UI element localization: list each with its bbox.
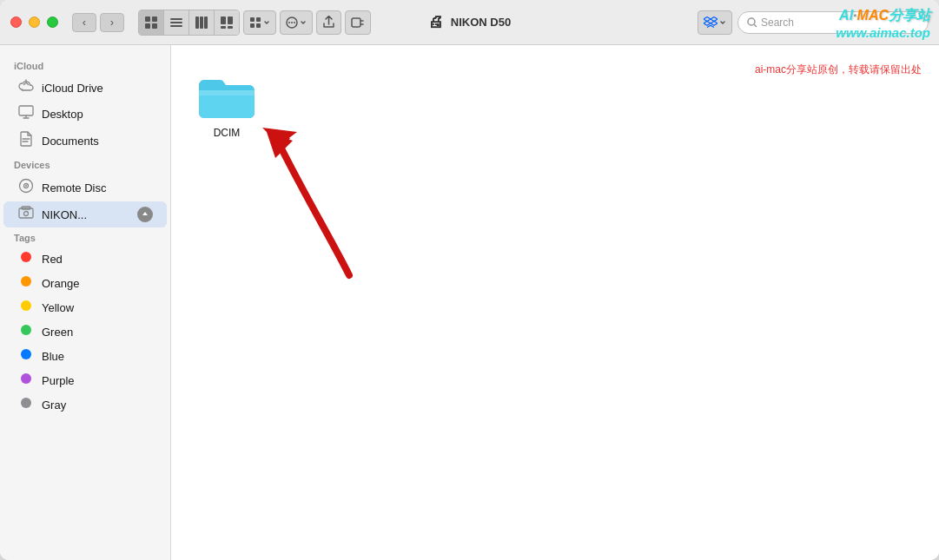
search-box[interactable]: Search — [737, 11, 929, 34]
gallery-view-button[interactable] — [215, 10, 239, 35]
eject-button[interactable] — [137, 207, 153, 222]
svg-rect-15 — [256, 17, 261, 22]
svg-rect-12 — [221, 26, 226, 29]
toolbar-controls — [138, 10, 371, 36]
svg-point-27 — [25, 185, 27, 187]
file-area: ai-mac分享站原创，转载请保留出处 DCIM — [171, 45, 939, 560]
svg-point-21 — [294, 22, 295, 23]
tag-yellow-icon — [17, 300, 35, 315]
minimize-button[interactable] — [29, 16, 40, 28]
close-button[interactable] — [10, 16, 22, 28]
share-button[interactable] — [316, 10, 341, 35]
svg-rect-9 — [204, 16, 208, 29]
tag-green-label: Green — [42, 326, 153, 339]
svg-point-31 — [21, 252, 31, 262]
titlebar: ‹ › — [0, 0, 939, 45]
folder-icon-dcim — [195, 69, 258, 120]
svg-rect-8 — [200, 16, 203, 29]
list-view-button[interactable] — [164, 10, 189, 35]
back-nav-button[interactable] — [345, 10, 371, 35]
sidebar-section-devices: Devices — [0, 155, 170, 174]
sidebar-item-icloud-drive[interactable]: iCloud Drive — [3, 75, 167, 101]
tag-blue-label: Blue — [42, 350, 153, 363]
nikon-label: NIKON... — [42, 208, 130, 221]
svg-rect-6 — [170, 25, 182, 27]
icon-view-button[interactable] — [139, 10, 164, 35]
tag-red-icon — [17, 251, 35, 267]
documents-icon — [17, 131, 35, 150]
svg-rect-1 — [152, 16, 157, 22]
main-content: iCloud iCloud Drive Desktop — [0, 45, 939, 560]
svg-point-19 — [288, 22, 290, 23]
maximize-button[interactable] — [47, 16, 58, 28]
sidebar-section-icloud: iCloud — [0, 56, 170, 75]
tag-red-label: Red — [42, 253, 153, 266]
forward-button[interactable]: › — [100, 13, 124, 32]
sidebar-section-tags: Tags — [0, 227, 170, 247]
svg-rect-22 — [352, 18, 360, 27]
tag-purple-icon — [17, 372, 35, 388]
remote-disc-label: Remote Disc — [42, 181, 153, 194]
remote-disc-icon — [17, 178, 35, 197]
dcim-label: DCIM — [214, 127, 241, 139]
right-controls: Search — [698, 10, 929, 35]
svg-rect-4 — [170, 18, 182, 20]
view-mode-group — [138, 10, 240, 36]
tag-green-icon — [17, 324, 35, 339]
tag-gray-label: Gray — [42, 399, 153, 412]
icloud-drive-label: iCloud Drive — [42, 82, 153, 95]
file-grid: DCIM — [188, 63, 922, 146]
svg-point-34 — [21, 325, 31, 335]
back-button[interactable]: ‹ — [72, 13, 96, 32]
svg-rect-16 — [250, 23, 255, 28]
sidebar-item-tag-gray[interactable]: Gray — [3, 392, 167, 417]
nikon-icon — [17, 206, 35, 223]
sidebar-item-tag-blue[interactable]: Blue — [3, 344, 167, 368]
tag-yellow-label: Yellow — [42, 301, 153, 314]
sidebar: iCloud iCloud Drive Desktop — [0, 45, 171, 560]
svg-rect-3 — [152, 23, 157, 29]
nav-buttons: ‹ › — [72, 13, 124, 32]
tag-blue-icon — [17, 348, 35, 364]
svg-rect-2 — [145, 23, 150, 29]
svg-rect-5 — [170, 22, 182, 23]
tag-gray-icon — [17, 397, 35, 412]
traffic-lights — [10, 16, 58, 28]
sidebar-item-tag-yellow[interactable]: Yellow — [3, 295, 167, 320]
arrange-button[interactable] — [243, 10, 276, 35]
svg-point-35 — [21, 349, 31, 359]
svg-rect-11 — [228, 16, 233, 24]
sidebar-item-remote-disc[interactable]: Remote Disc — [3, 174, 167, 201]
svg-rect-0 — [145, 16, 150, 22]
sidebar-item-tag-red[interactable]: Red — [3, 247, 167, 271]
icloud-drive-icon — [17, 79, 35, 96]
column-view-button[interactable] — [189, 10, 215, 35]
dropbox-button[interactable] — [698, 10, 732, 35]
sidebar-item-nikon[interactable]: NIKON... — [3, 201, 167, 227]
window-title: NIKON D50 — [451, 16, 511, 29]
search-placeholder: Search — [761, 16, 794, 29]
tag-purple-label: Purple — [42, 374, 153, 387]
tag-orange-icon — [17, 275, 35, 291]
svg-point-36 — [21, 373, 31, 384]
file-item-dcim[interactable]: DCIM — [188, 63, 265, 146]
action-button[interactable] — [280, 10, 313, 35]
svg-rect-13 — [228, 26, 233, 29]
tag-orange-label: Orange — [42, 277, 153, 290]
sidebar-item-tag-purple[interactable]: Purple — [3, 368, 167, 392]
svg-point-20 — [291, 22, 293, 23]
sidebar-item-tag-green[interactable]: Green — [3, 320, 167, 344]
svg-rect-14 — [250, 17, 255, 22]
svg-rect-24 — [19, 106, 33, 115]
svg-point-32 — [21, 276, 31, 287]
sidebar-item-desktop[interactable]: Desktop — [3, 101, 167, 127]
svg-point-37 — [21, 398, 31, 408]
sidebar-item-tag-orange[interactable]: Orange — [3, 271, 167, 295]
sidebar-item-documents[interactable]: Documents — [3, 127, 167, 155]
svg-rect-17 — [256, 23, 261, 28]
documents-label: Documents — [42, 135, 153, 148]
desktop-icon — [17, 105, 35, 122]
svg-point-33 — [21, 300, 31, 311]
drive-icon: 🖨 — [428, 13, 444, 31]
window-title-area: 🖨 NIKON D50 — [428, 13, 511, 31]
